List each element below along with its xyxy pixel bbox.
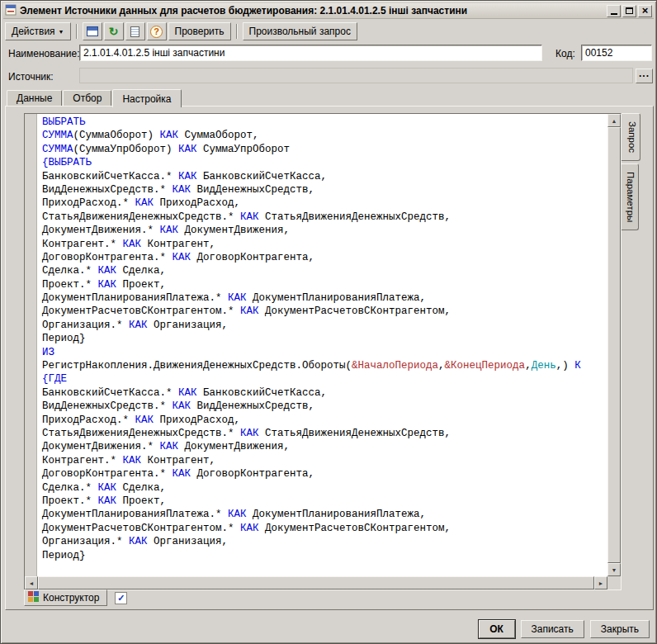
source-field[interactable] bbox=[79, 68, 633, 83]
query-code[interactable]: ВЫБРАТЬСУММА(СуммаОборот) КАК СуммаОборо… bbox=[38, 114, 607, 576]
code-line: Период} bbox=[42, 332, 607, 345]
verify-label: Проверить bbox=[175, 26, 225, 37]
actions-label: Действия bbox=[12, 26, 55, 37]
code-line: БанковскийСчетКасса.* КАК БанковскийСчет… bbox=[42, 386, 607, 400]
scroll-left-button[interactable]: ◄ bbox=[25, 576, 38, 590]
code-line: Контрагент.* КАК Контрагент, bbox=[42, 238, 607, 251]
scroll-down-icon: ▼ bbox=[612, 567, 617, 573]
bottom-button-bar: ОК Записать Закрыть bbox=[479, 620, 650, 638]
source-label: Источник: bbox=[8, 71, 54, 83]
code-line: Проект.* КАК Проект, bbox=[42, 278, 607, 291]
horizontal-scrollbar[interactable]: ◄ ► bbox=[25, 576, 607, 590]
close-form-button[interactable]: Закрыть bbox=[590, 620, 650, 638]
code-line: ДоговорКонтрагента.* КАК ДоговорКонтраге… bbox=[42, 467, 607, 481]
code-line: СтатьяДвиженияДенежныхСредств.* КАК Стат… bbox=[42, 427, 607, 440]
reread-button[interactable] bbox=[83, 22, 102, 40]
tab-filter-label: Отбор bbox=[73, 92, 102, 104]
refresh-button[interactable]: ↻ bbox=[104, 22, 124, 40]
scroll-right-icon: ► bbox=[598, 580, 604, 586]
vertical-scrollbar[interactable]: ▲ ▼ bbox=[607, 114, 621, 576]
custom-query-toggle[interactable]: Произвольный запрос bbox=[243, 22, 357, 40]
name-input[interactable] bbox=[79, 45, 542, 61]
code-line: ПриходРасход.* КАК ПриходРасход, bbox=[42, 197, 607, 210]
code-line: БанковскийСчетКасса.* КАК БанковскийСчет… bbox=[42, 170, 607, 183]
vertical-scroll-thumb[interactable] bbox=[607, 127, 621, 563]
document-icon bbox=[130, 26, 139, 37]
code-label: Код: bbox=[555, 48, 575, 59]
verify-button[interactable]: Проверить bbox=[168, 22, 231, 40]
scroll-up-icon: ▲ bbox=[612, 118, 617, 124]
code-line: Сделка.* КАК Сделка, bbox=[42, 481, 607, 495]
window-title: Элемент Источники данных для расчетов бю… bbox=[20, 5, 603, 17]
help-button[interactable]: ? bbox=[147, 22, 167, 40]
code-line: ДокументПланированияПлатежа.* КАК Докуме… bbox=[42, 508, 607, 521]
scroll-down-button[interactable]: ▼ bbox=[607, 563, 621, 576]
app-window: Элемент Источники данных для расчетов бю… bbox=[0, 0, 657, 644]
code-line: {ВЫБРАТЬ bbox=[42, 156, 607, 169]
constructor-button[interactable]: Конструктор bbox=[24, 590, 107, 606]
tab-strip: Данные Отбор Настройка bbox=[7, 88, 182, 107]
code-line: Контрагент.* КАК Контрагент, bbox=[42, 454, 607, 467]
code-line: ДоговорКонтрагента.* КАК ДоговорКонтраге… bbox=[42, 251, 607, 264]
constructor-label: Конструктор bbox=[43, 592, 99, 604]
form-window-icon bbox=[87, 26, 98, 36]
tab-settings-label: Настройка bbox=[122, 93, 171, 105]
code-line: {ГДЕ bbox=[42, 372, 607, 386]
code-line: Организация.* КАК Организация, bbox=[42, 319, 607, 332]
editor-gutter bbox=[25, 114, 37, 576]
code-line: ДокументРасчетовСКонтрагентом.* КАК Доку… bbox=[42, 522, 607, 535]
close-button[interactable]: × bbox=[638, 5, 652, 17]
code-line: ДокументРасчетовСКонтрагентом.* КАК Доку… bbox=[42, 305, 607, 318]
tab-filter[interactable]: Отбор bbox=[63, 90, 111, 106]
minimize-button[interactable] bbox=[607, 5, 621, 17]
code-line: СУММА(СуммаОборот) КАК СуммаОборот, bbox=[42, 129, 607, 142]
help-icon: ? bbox=[150, 26, 163, 38]
scroll-up-button[interactable]: ▲ bbox=[607, 114, 621, 127]
window-controls: × bbox=[607, 5, 652, 17]
minimize-icon bbox=[611, 13, 617, 15]
toolbar: Действия ▼ ↻ ? Проверить Произвольный за… bbox=[5, 21, 652, 41]
query-editor: ВЫБРАТЬСУММА(СуммаОборот) КАК СуммаОборо… bbox=[24, 113, 622, 590]
chevron-down-icon: ▼ bbox=[59, 29, 64, 35]
ok-button[interactable]: ОК bbox=[479, 620, 515, 638]
toolbar-separator bbox=[76, 24, 78, 39]
scroll-left-icon: ◄ bbox=[29, 580, 35, 586]
actions-button[interactable]: Действия ▼ bbox=[5, 22, 71, 40]
horizontal-scroll-thumb[interactable] bbox=[38, 576, 594, 590]
side-tab-query[interactable]: Запрос bbox=[622, 113, 640, 161]
code-line: Период} bbox=[42, 549, 607, 562]
code-line: РегистрНакопления.ДвиженияДенежныхСредст… bbox=[42, 359, 607, 372]
write-button[interactable]: Записать bbox=[521, 620, 584, 638]
maximize-button[interactable] bbox=[622, 5, 636, 17]
settings-tab-panel: ВЫБРАТЬСУММА(СуммаОборот) КАК СуммаОборо… bbox=[5, 106, 654, 610]
code-line: ИЗ bbox=[42, 346, 607, 359]
title-bar: Элемент Источники данных для расчетов бю… bbox=[3, 3, 654, 19]
side-tab-parameters-label: Параметры bbox=[626, 172, 636, 222]
edit-check-icon[interactable]: ✓ bbox=[115, 592, 127, 604]
toolbar-separator bbox=[236, 24, 238, 39]
code-line: Организация.* КАК Организация, bbox=[42, 535, 607, 548]
code-line: ДокументПланированияПлатежа.* КАК Докуме… bbox=[42, 291, 607, 305]
code-input[interactable] bbox=[581, 45, 652, 61]
code-line: ВЫБРАТЬ bbox=[42, 116, 607, 129]
maximize-icon bbox=[626, 7, 633, 14]
custom-query-label: Произвольный запрос bbox=[249, 26, 351, 37]
tab-settings[interactable]: Настройка bbox=[112, 89, 181, 107]
code-line: СУММА(СуммаУпрОборот) КАК СуммаУпрОборот bbox=[42, 143, 607, 156]
code-line: Проект.* КАК Проект, bbox=[42, 495, 607, 508]
code-line: ВидДенежныхСредств.* КАК ВидДенежныхСред… bbox=[42, 183, 607, 197]
panel-footer: Конструктор ✓ bbox=[24, 589, 615, 607]
tab-data-label: Данные bbox=[17, 92, 52, 104]
tab-data[interactable]: Данные bbox=[7, 90, 62, 106]
code-line: ПриходРасход.* КАК ПриходРасход, bbox=[42, 414, 607, 427]
browse-button[interactable]: ... bbox=[636, 69, 653, 83]
constructor-icon bbox=[28, 591, 39, 604]
code-line: ДокументДвижения.* КАК ДокументДвижения, bbox=[42, 224, 607, 237]
side-tab-query-label: Запрос bbox=[627, 121, 637, 153]
refresh-icon: ↻ bbox=[109, 26, 119, 37]
side-tab-parameters[interactable]: Параметры bbox=[622, 163, 639, 230]
code-line: Сделка.* КАК Сделка, bbox=[42, 264, 607, 277]
side-tab-strip: Запрос Параметры bbox=[622, 113, 641, 230]
report-button[interactable] bbox=[125, 22, 145, 40]
scroll-right-button[interactable]: ► bbox=[594, 576, 607, 590]
